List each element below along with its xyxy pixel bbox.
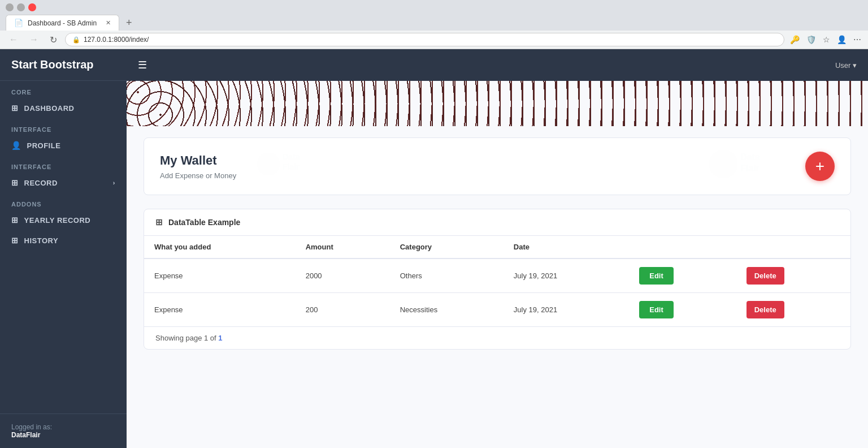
browser-titlebar xyxy=(0,0,868,15)
table-header-row: What you added Amount Category Date xyxy=(144,236,850,259)
sidebar-item-yearly-record[interactable]: ⊞ Yearly Record xyxy=(0,210,127,230)
edit-btn-0[interactable]: Edit xyxy=(639,267,674,285)
browser-chrome: 📄 Dashboard - SB Admin ✕ + ← → ↻ 🔒 127.0… xyxy=(0,0,868,49)
topnav-user[interactable]: User ▾ xyxy=(835,61,857,70)
datatable-header-label: DataTable Example xyxy=(168,218,240,227)
cell-delete-0: Delete xyxy=(736,259,850,293)
browser-toolbar-icons: 🔑 🛡️ ☆ 👤 ⋯ xyxy=(789,34,862,45)
datatable-table: What you added Amount Category Date Expe… xyxy=(144,236,850,326)
svg-text:Flair: Flair xyxy=(740,163,760,173)
tab-favicon: 📄 xyxy=(14,19,23,27)
cell-category-1: Necessities xyxy=(390,293,504,327)
chevron-right-icon: › xyxy=(113,179,115,186)
edit-btn-1[interactable]: Edit xyxy=(639,301,674,318)
svg-point-3 xyxy=(709,150,737,178)
delete-btn-1[interactable]: Delete xyxy=(747,301,784,318)
sidebar-section-interface2: INTERFACE xyxy=(0,156,127,173)
cell-amount-0: 2000 xyxy=(296,259,390,293)
sidebar-item-record[interactable]: ⊞ RECORD › xyxy=(0,173,127,193)
sidebar-label-yearly-record: Yearly Record xyxy=(24,216,91,225)
footer-total-link[interactable]: 1 xyxy=(218,334,222,342)
dashboard-icon: ⊞ xyxy=(11,104,19,113)
reload-btn[interactable]: ↻ xyxy=(46,33,60,46)
delete-btn-0[interactable]: Delete xyxy=(747,267,784,285)
url-bar[interactable]: 🔒 127.0.0.1:8000/index/ xyxy=(65,33,784,46)
bookmark-icon[interactable]: ☆ xyxy=(822,34,831,45)
yearly-record-icon: ⊞ xyxy=(11,216,19,225)
cell-date-1: July 19, 2021 xyxy=(504,293,629,327)
shield-icon[interactable]: 🛡️ xyxy=(805,34,817,45)
col-amount: Amount xyxy=(296,236,390,259)
wallet-subtitle: Add Expense or Money xyxy=(160,171,236,180)
cell-edit-0: Edit xyxy=(629,259,736,293)
col-action1 xyxy=(629,236,736,259)
sidebar-item-dashboard[interactable]: ⊞ DASHBOARD xyxy=(0,98,127,118)
datatable-footer: Showing page 1 of 1 xyxy=(144,326,850,349)
browser-tab-active[interactable]: 📄 Dashboard - SB Admin ✕ xyxy=(6,15,119,31)
sidebar-label-dashboard: DASHBOARD xyxy=(24,104,75,113)
cell-what-1: Expense xyxy=(144,293,296,327)
datatable-thead: What you added Amount Category Date xyxy=(144,236,850,259)
back-btn[interactable]: ← xyxy=(6,33,21,46)
record-icon: ⊞ xyxy=(11,178,19,187)
sidebar-label-history: HISTORY xyxy=(24,236,59,245)
url-text: 127.0.0.1:8000/index/ xyxy=(84,36,777,44)
new-tab-btn[interactable]: + xyxy=(123,17,136,29)
table-row: Expense 2000 Others July 19, 2021 Edit D… xyxy=(144,259,850,293)
hero-banner xyxy=(127,81,868,126)
hamburger-btn[interactable]: ☰ xyxy=(138,59,147,71)
content-area: My Wallet Add Expense or Money Data Flai… xyxy=(127,126,868,372)
cell-amount-1: 200 xyxy=(296,293,390,327)
extensions-icon[interactable]: 🔑 xyxy=(789,34,801,45)
add-expense-btn[interactable]: + xyxy=(805,152,835,181)
datatable-card: ⊞ DataTable Example What you added Amoun… xyxy=(144,209,851,350)
main-content: My Wallet Add Expense or Money Data Flai… xyxy=(127,81,868,448)
datatable-tbody: Expense 2000 Others July 19, 2021 Edit D… xyxy=(144,259,850,326)
sidebar-footer: Logged in as: DataFlair xyxy=(0,413,127,448)
lock-icon: 🔒 xyxy=(72,36,80,44)
topnav: ☰ User ▾ xyxy=(127,49,868,81)
browser-tab-bar: 📄 Dashboard - SB Admin ✕ + xyxy=(0,15,868,31)
sidebar-label-record: RECORD xyxy=(24,179,58,187)
cell-delete-1: Delete xyxy=(736,293,850,327)
svg-point-0 xyxy=(257,153,280,175)
cell-what-0: Expense xyxy=(144,259,296,293)
logged-in-label: Logged in as: xyxy=(11,423,115,431)
cell-edit-1: Edit xyxy=(629,293,736,327)
svg-text:Data: Data xyxy=(283,152,300,161)
watermark-2: Data Flair xyxy=(709,144,794,188)
cell-category-0: Others xyxy=(390,259,504,293)
datatable-grid-icon: ⊞ xyxy=(155,217,163,227)
col-date: Date xyxy=(504,236,629,259)
svg-text:Flair: Flair xyxy=(283,162,300,171)
col-what: What you added xyxy=(144,236,296,259)
col-action2 xyxy=(736,236,850,259)
wallet-info: My Wallet Add Expense or Money xyxy=(160,153,236,180)
history-icon: ⊞ xyxy=(11,236,19,245)
sidebar-section-addons: ADDONS xyxy=(0,193,127,210)
sidebar-item-profile[interactable]: 👤 PROFILE xyxy=(0,135,127,156)
app-wrapper: Start Bootstrap CORE ⊞ DASHBOARD INTERFA… xyxy=(0,49,868,448)
tab-title: Dashboard - SB Admin xyxy=(28,19,97,27)
user-icon[interactable]: 👤 xyxy=(836,34,848,45)
sidebar-section-interface1: INTERFACE xyxy=(0,118,127,135)
logged-in-username: DataFlair xyxy=(11,431,115,439)
svg-text:Data: Data xyxy=(740,152,760,162)
browser-close-btn[interactable] xyxy=(28,3,36,11)
watermark-1: Data Flair xyxy=(257,147,325,186)
sidebar-brand: Start Bootstrap xyxy=(0,49,127,81)
wallet-card: My Wallet Add Expense or Money Data Flai… xyxy=(144,137,851,195)
sidebar-item-history[interactable]: ⊞ HISTORY xyxy=(0,230,127,251)
browser-addressbar: ← → ↻ 🔒 127.0.0.1:8000/index/ 🔑 🛡️ ☆ 👤 ⋯ xyxy=(0,31,868,49)
sidebar: Start Bootstrap CORE ⊞ DASHBOARD INTERFA… xyxy=(0,49,127,448)
sidebar-section-core: CORE xyxy=(0,81,127,98)
browser-btn-1[interactable] xyxy=(6,3,14,11)
wallet-title: My Wallet xyxy=(160,153,236,168)
forward-btn[interactable]: → xyxy=(26,33,42,46)
tab-close-icon[interactable]: ✕ xyxy=(106,19,111,27)
sidebar-label-profile: PROFILE xyxy=(27,141,61,150)
col-category: Category xyxy=(390,236,504,259)
browser-btn-2[interactable] xyxy=(17,3,25,11)
menu-icon[interactable]: ⋯ xyxy=(852,34,862,45)
profile-icon: 👤 xyxy=(11,141,21,150)
